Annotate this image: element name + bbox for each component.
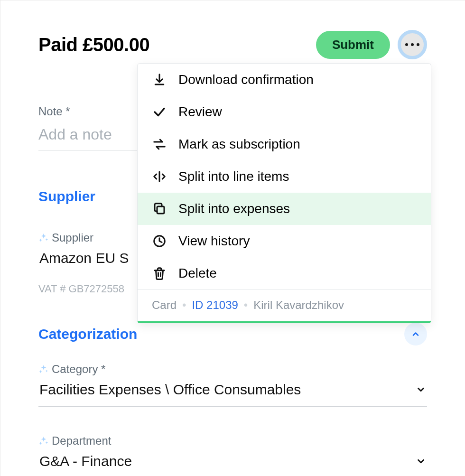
menu-item-delete[interactable]: Delete: [138, 257, 431, 289]
menu-item-label: Download confirmation: [178, 72, 314, 87]
menu-item-label: Split into line items: [178, 169, 289, 184]
dot-separator: •: [182, 299, 186, 312]
menu-item-view-history[interactable]: View history: [138, 225, 431, 257]
menu-item-split-line-items[interactable]: Split into line items: [138, 160, 431, 193]
svg-rect-0: [157, 206, 164, 214]
chevron-down-icon: [416, 456, 426, 467]
categorization-section-header: Categorization: [38, 323, 427, 345]
split-lines-icon: [152, 169, 167, 184]
category-field-label: Category *: [52, 363, 105, 376]
menu-meta: Card • ID 21039 • Kiril Kavardzhikov: [138, 290, 431, 321]
collapse-button[interactable]: [404, 323, 427, 345]
department-field-label: Department: [52, 434, 111, 448]
header: Paid £500.00 Submit: [38, 30, 427, 59]
refresh-icon: [152, 137, 167, 151]
department-select[interactable]: G&A - Finance: [38, 451, 427, 476]
menu-item-label: Mark as subscription: [178, 137, 300, 152]
copy-icon: [152, 202, 167, 216]
category-value: Facilities Expenses \ Office Consumables: [39, 382, 301, 398]
categorization-heading: Categorization: [38, 326, 137, 342]
dot-separator: •: [244, 299, 248, 312]
trash-icon: [152, 266, 167, 280]
category-field: Category * Facilities Expenses \ Office …: [38, 363, 427, 407]
menu-item-review[interactable]: Review: [138, 96, 431, 128]
meta-owner: Kiril Kavardzhikov: [253, 299, 344, 312]
department-value: G&A - Finance: [39, 453, 132, 469]
chevron-up-icon: [411, 329, 420, 339]
sparkle-icon: [38, 364, 49, 374]
ellipsis-icon: [405, 43, 419, 46]
menu-item-label: View history: [178, 233, 250, 249]
menu-item-download[interactable]: Download confirmation: [138, 64, 431, 96]
category-select[interactable]: Facilities Expenses \ Office Consumables: [38, 380, 427, 407]
supplier-field-label: Supplier: [52, 231, 93, 244]
sparkle-icon: [38, 233, 49, 243]
menu-item-label: Split into expenses: [178, 201, 290, 216]
more-actions-button[interactable]: [398, 30, 427, 59]
submit-button[interactable]: Submit: [316, 31, 390, 59]
sparkle-icon: [38, 436, 49, 446]
download-icon: [152, 73, 167, 87]
meta-type: Card: [152, 299, 177, 312]
chevron-down-icon: [416, 384, 426, 395]
menu-item-label: Review: [178, 104, 222, 120]
paid-amount: Paid £500.00: [38, 34, 149, 56]
supplier-value: Amazon EU S: [39, 250, 129, 266]
department-field: Department G&A - Finance: [38, 434, 427, 476]
meta-id-link[interactable]: ID 21039: [192, 299, 238, 312]
clock-icon: [152, 234, 167, 248]
actions-menu: Download confirmation Review Mark as sub…: [137, 63, 431, 323]
menu-item-label: Delete: [178, 266, 217, 281]
menu-item-mark-subscription[interactable]: Mark as subscription: [138, 128, 431, 160]
check-icon: [152, 105, 167, 119]
menu-item-split-expenses[interactable]: Split into expenses: [138, 193, 431, 225]
